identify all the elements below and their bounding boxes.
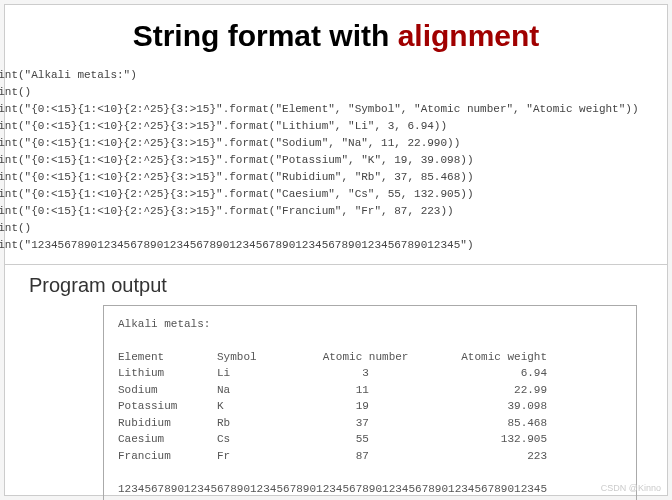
output-line: Rubidium Rb 37 85.468	[118, 417, 547, 429]
output-line: Caesium Cs 55 132.905	[118, 433, 547, 445]
code-line: print("{0:<15}{1:<10}{2:^25}{3:>15}".for…	[0, 120, 447, 132]
code-line: print("{0:<15}{1:<10}{2:^25}{3:>15}".for…	[0, 188, 473, 200]
output-heading: Program output	[5, 271, 667, 305]
title-text-accent: alignment	[398, 19, 540, 52]
output-line: Lithium Li 3 6.94	[118, 367, 547, 379]
code-block: print("Alkali metals:") print() print("{…	[0, 63, 667, 263]
output-line: 1234567890123456789012345678901234567890…	[118, 483, 547, 495]
title-text-main: String format with	[133, 19, 398, 52]
code-line: print("Alkali metals:")	[0, 69, 137, 81]
output-line: Sodium Na 11 22.99	[118, 384, 547, 396]
code-line: print("{0:<15}{1:<10}{2:^25}{3:>15}".for…	[0, 171, 473, 183]
code-line: print("123456789012345678901234567890123…	[0, 239, 473, 251]
output-line: Francium Fr 87 223	[118, 450, 547, 462]
code-line: print()	[0, 222, 31, 234]
code-line: print()	[0, 86, 31, 98]
code-line: print("{0:<15}{1:<10}{2:^25}{3:>15}".for…	[0, 137, 460, 149]
divider	[5, 264, 667, 265]
code-line: print("{0:<15}{1:<10}{2:^25}{3:>15}".for…	[0, 154, 473, 166]
watermark: CSDN @Kinno	[601, 483, 661, 493]
output-line: Potassium K 19 39.098	[118, 400, 547, 412]
output-line: Alkali metals:	[118, 318, 210, 330]
slide-container: String format with alignment print("Alka…	[4, 4, 668, 496]
slide-title: String format with alignment	[5, 5, 667, 63]
code-line: print("{0:<15}{1:<10}{2:^25}{3:>15}".for…	[0, 103, 639, 115]
program-output-box: Alkali metals: Element Symbol Atomic num…	[103, 305, 637, 500]
code-line: print("{0:<15}{1:<10}{2:^25}{3:>15}".for…	[0, 205, 454, 217]
output-line: Element Symbol Atomic number Atomic weig…	[118, 351, 547, 363]
